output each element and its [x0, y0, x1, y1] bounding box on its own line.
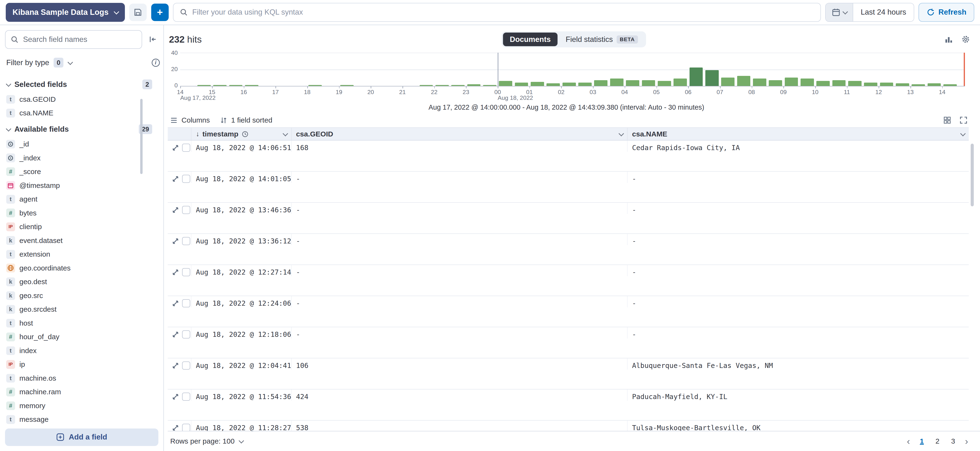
cell-timestamp[interactable]: Aug 18, 2022 @ 11:28:27.826 — [191, 421, 291, 431]
field-item[interactable]: k geo.src — [6, 289, 152, 303]
cell-name[interactable]: - — [628, 265, 969, 276]
cell-name[interactable]: - — [628, 172, 969, 183]
field-item[interactable]: # machine.ram — [6, 385, 152, 399]
expand-row-button[interactable] — [172, 300, 179, 307]
sidebar-scrollbar[interactable] — [140, 99, 143, 174]
histogram-bar[interactable] — [213, 85, 227, 86]
row-checkbox[interactable] — [182, 362, 190, 370]
kql-query-bar[interactable] — [173, 3, 821, 22]
cell-name[interactable]: Paducah-Mayfield, KY-IL — [628, 389, 969, 401]
cell-timestamp[interactable]: Aug 18, 2022 @ 14:06:51.816 — [191, 140, 291, 152]
row-checkbox[interactable] — [182, 268, 190, 276]
histogram-bar[interactable] — [546, 83, 560, 86]
histogram-bar[interactable] — [340, 85, 354, 86]
column-menu-icon[interactable] — [619, 131, 624, 136]
cell-name[interactable]: Tulsa-Muskogee-Bartlesville, OK — [628, 421, 969, 431]
data-view-picker[interactable]: Kibana Sample Data Logs — [6, 3, 125, 22]
histogram-bar[interactable] — [436, 85, 449, 86]
selected-fields-header[interactable]: Selected fields 2 — [6, 75, 152, 92]
histogram-bar[interactable] — [626, 80, 639, 86]
histogram-bar[interactable] — [832, 80, 846, 86]
histogram-bar[interactable] — [864, 83, 877, 86]
field-item[interactable]: # _score — [6, 165, 152, 178]
field-item[interactable]: k geo.dest — [6, 275, 152, 289]
info-icon[interactable]: i — [152, 59, 160, 67]
column-menu-icon[interactable] — [960, 131, 966, 136]
field-item[interactable]: t csa.GEOID — [6, 92, 152, 106]
row-checkbox[interactable] — [182, 424, 190, 431]
cell-geoid[interactable]: 168 — [292, 140, 628, 152]
histogram-bar[interactable] — [515, 83, 528, 86]
filter-by-type-button[interactable]: Filter by type 0 i — [6, 55, 159, 70]
histogram-bar[interactable] — [309, 85, 322, 86]
table-scrollbar[interactable] — [970, 143, 974, 206]
page-button-2[interactable]: 2 — [931, 434, 944, 448]
row-checkbox[interactable] — [182, 299, 190, 308]
saved-query-button[interactable] — [129, 3, 147, 21]
cell-timestamp[interactable]: Aug 18, 2022 @ 12:18:06.737 — [191, 327, 291, 338]
field-item[interactable]: t message — [6, 413, 152, 425]
field-item[interactable]: geo.coordinates — [6, 261, 152, 275]
next-page-button[interactable]: › — [962, 437, 971, 446]
histogram-bar[interactable] — [880, 83, 893, 86]
histogram-bar[interactable] — [705, 70, 719, 86]
cell-geoid[interactable]: - — [292, 327, 628, 338]
cell-timestamp[interactable]: Aug 18, 2022 @ 12:04:41.998 — [191, 359, 291, 370]
fullscreen-button[interactable] — [959, 116, 967, 124]
row-checkbox[interactable] — [182, 393, 190, 401]
histogram-bar[interactable] — [642, 80, 655, 86]
cell-timestamp[interactable]: Aug 18, 2022 @ 11:54:36.220 — [191, 389, 291, 401]
histogram-bar[interactable] — [785, 78, 798, 86]
cell-name[interactable]: Cedar Rapids-Iowa City, IA — [628, 140, 969, 152]
column-header-geoid[interactable]: csa.GEOID — [292, 128, 628, 140]
expand-row-button[interactable] — [172, 393, 179, 400]
cell-name[interactable]: - — [628, 296, 969, 308]
add-filter-button[interactable]: + — [151, 3, 169, 21]
refresh-button[interactable]: Refresh — [918, 3, 974, 22]
tab-documents[interactable]: Documents — [503, 33, 557, 46]
histogram-bar[interactable] — [753, 78, 766, 86]
histogram-bar[interactable] — [800, 78, 814, 86]
field-item[interactable]: # hour_of_day — [6, 330, 152, 344]
histogram-bar[interactable] — [769, 80, 782, 86]
field-item[interactable]: k geo.srcdest — [6, 303, 152, 317]
cell-geoid[interactable]: - — [292, 265, 628, 276]
previous-page-button[interactable]: ‹ — [904, 437, 913, 446]
column-menu-icon[interactable] — [283, 131, 288, 136]
histogram-bar[interactable] — [197, 85, 211, 86]
field-item[interactable]: t extension — [6, 247, 152, 261]
field-item[interactable]: k event.dataset — [6, 234, 152, 247]
settings-button[interactable] — [961, 35, 970, 44]
field-search-input[interactable] — [23, 35, 137, 44]
sorted-fields-button[interactable]: 1 field sorted — [220, 116, 272, 124]
expand-row-button[interactable] — [172, 175, 179, 182]
cell-geoid[interactable]: - — [292, 234, 628, 245]
column-header-name[interactable]: csa.NAME — [628, 128, 969, 140]
field-item[interactable]: _index — [6, 151, 152, 165]
histogram-bar[interactable] — [943, 84, 957, 86]
histogram-bar[interactable] — [483, 85, 496, 86]
cell-geoid[interactable]: - — [292, 203, 628, 214]
available-fields-header[interactable]: Available fields 29 — [6, 120, 152, 137]
histogram-bar[interactable] — [896, 83, 909, 86]
histogram-bar[interactable] — [245, 85, 258, 86]
cell-timestamp[interactable]: Aug 18, 2022 @ 13:46:36.315 — [191, 203, 291, 214]
histogram-bar[interactable] — [848, 81, 862, 86]
expand-row-button[interactable] — [172, 269, 179, 276]
columns-button[interactable]: Columns — [170, 116, 210, 124]
rows-per-page-button[interactable]: Rows per page: 100 — [170, 437, 243, 445]
cell-timestamp[interactable]: Aug 18, 2022 @ 12:24:06.875 — [191, 296, 291, 308]
field-item[interactable]: @timestamp — [6, 178, 152, 193]
field-item[interactable]: # memory — [6, 399, 152, 413]
field-list-scroll-area[interactable]: Selected fields 2 t csa.GEOID t csa.NAME… — [5, 73, 164, 425]
row-checkbox[interactable] — [182, 237, 190, 245]
histogram-bar[interactable] — [816, 81, 830, 86]
field-item[interactable]: # bytes — [6, 206, 152, 220]
row-checkbox[interactable] — [182, 143, 190, 152]
field-item[interactable]: IP ip — [6, 358, 152, 371]
cell-name[interactable]: - — [628, 203, 969, 214]
histogram-bar[interactable] — [467, 84, 480, 86]
field-item[interactable]: t index — [6, 344, 152, 358]
cell-name[interactable]: Albuquerque-Santa Fe-Las Vegas, NM — [628, 359, 969, 370]
cell-name[interactable]: - — [628, 234, 969, 245]
